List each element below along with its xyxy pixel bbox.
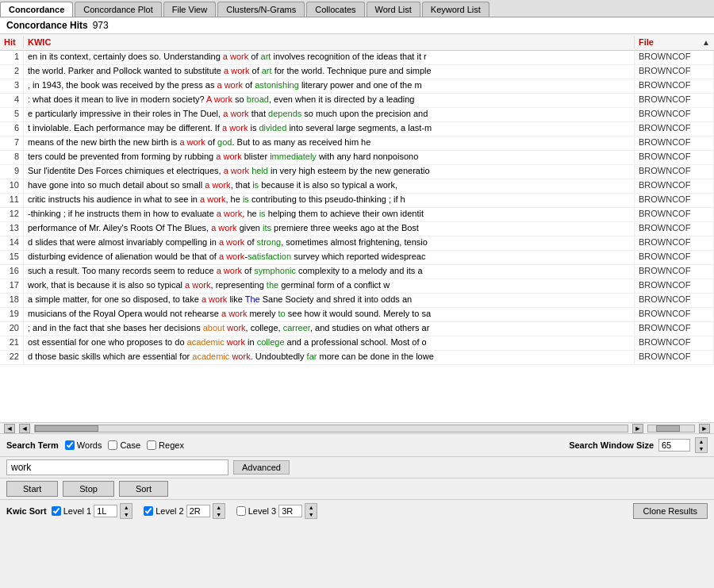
level3-spinner-up[interactable]: ▲ [305, 504, 317, 511]
regex-label: Regex [159, 440, 184, 450]
tab-file-view[interactable]: File View [163, 2, 216, 17]
case-label: Case [120, 440, 140, 450]
table-row: 3 , in 1943, the book was received by th… [0, 79, 714, 94]
level1-spinner-up[interactable]: ▲ [121, 504, 132, 511]
tab-concordance-plot[interactable]: Concordance Plot [75, 2, 161, 17]
scroll-right-btn[interactable]: ► [632, 424, 643, 433]
table-row: 2 the world. Parker and Pollock wanted t… [0, 65, 714, 79]
table-row: 1 en in its context, certainly does so. … [0, 51, 714, 65]
level2-input[interactable] [186, 505, 210, 517]
tab-concordance[interactable]: Concordance [0, 2, 73, 17]
search-text-input[interactable] [6, 459, 228, 475]
level1-label: Level 1 [63, 506, 91, 516]
search-input-row: Advanced [0, 457, 714, 478]
table-row: 12 -thinking ; if he instructs them in h… [0, 208, 714, 222]
table-row: 22 d those basic skills which are essent… [0, 351, 714, 365]
concordance-hits-label: Concordance Hits [6, 20, 88, 31]
table-row: 13 performance of Mr. Ailey's Roots Of T… [0, 222, 714, 236]
words-label: Words [77, 440, 102, 450]
level3-checkbox[interactable] [236, 506, 246, 516]
kwic-level2: Level 2 ▲ ▼ [144, 503, 225, 519]
tab-clusters-ngrams[interactable]: Clusters/N-Grams [217, 2, 305, 17]
horizontal-scrollbar[interactable]: ◄ ◄ ► ► [0, 423, 714, 434]
case-checkbox-group: Case [108, 440, 140, 450]
concordance-header: Concordance Hits 973 [0, 17, 714, 34]
search-right-group: Search Window Size ▲ ▼ [569, 437, 708, 453]
table-scroll-area[interactable]: 1 en in its context, certainly does so. … [0, 51, 714, 417]
words-checkbox[interactable] [65, 440, 75, 450]
kwic-sort-label: Kwic Sort [6, 506, 47, 516]
concordance-table: Hit KWIC File ▲ 1 en in its context, cer… [0, 34, 714, 423]
table-row: 20 ; and in the fact that she bases her … [0, 322, 714, 336]
kwic-level1: Level 1 ▲ ▼ [52, 503, 132, 519]
table-row: 5 e particularly impressive in their rol… [0, 108, 714, 122]
action-buttons-row: Start Stop Sort [0, 478, 714, 500]
table-row: 15 disturbing evidence of alienation wou… [0, 251, 714, 265]
window-size-label: Search Window Size [569, 440, 654, 450]
level2-spinner[interactable]: ▲ ▼ [213, 503, 225, 519]
kwic-level3: Level 3 ▲ ▼ [236, 503, 317, 519]
concordance-hits-count: 973 [93, 20, 109, 31]
level2-spinner-down[interactable]: ▼ [213, 511, 225, 518]
scroll-right-btn2[interactable]: ► [699, 424, 710, 433]
regex-checkbox[interactable] [147, 440, 156, 450]
spinner-up[interactable]: ▲ [696, 438, 707, 445]
scrollbar-track2[interactable] [647, 425, 695, 432]
tab-bar: Concordance Concordance Plot File View C… [0, 0, 714, 17]
col-kwic: KWIC [24, 36, 635, 48]
table-row: 17 work, that is because it is also so t… [0, 279, 714, 294]
tab-collocates[interactable]: Collocates [306, 2, 364, 17]
table-row: 9 Sur l'identite Des Forces chimiques et… [0, 165, 714, 179]
window-size-input[interactable] [658, 439, 690, 452]
level2-checkbox[interactable] [144, 506, 153, 516]
stop-button[interactable]: Stop [63, 481, 114, 497]
table-row: 6 t inviolable. Each performance may be … [0, 122, 714, 136]
table-row: 10 have gone into so much detail about s… [0, 179, 714, 194]
window-size-spinner[interactable]: ▲ ▼ [695, 437, 708, 453]
words-checkbox-group: Words [65, 440, 102, 450]
scroll-left-btn2[interactable]: ◄ [19, 424, 30, 433]
col-hit: Hit [0, 36, 24, 48]
level1-spinner[interactable]: ▲ ▼ [120, 503, 132, 519]
table-row: 16 such a result. Too many records seem … [0, 265, 714, 279]
level3-spinner[interactable]: ▲ ▼ [305, 503, 317, 519]
clone-results-button[interactable]: Clone Results [633, 503, 708, 519]
table-row: 8 ters could be prevented from forming b… [0, 151, 714, 165]
scrollbar-thumb2[interactable] [656, 425, 680, 432]
table-header: Hit KWIC File ▲ [0, 34, 714, 51]
search-options-bar: Search Term Words Case Regex Search Wind… [0, 434, 714, 457]
kwic-sort-bar: Kwic Sort Level 1 ▲ ▼ Level 2 ▲ ▼ Level … [0, 500, 714, 522]
table-row: 18 a simple matter, for one so disposed,… [0, 294, 714, 308]
col-file: File ▲ [635, 36, 714, 48]
level2-spinner-up[interactable]: ▲ [213, 504, 225, 511]
scroll-left-btn[interactable]: ◄ [4, 424, 15, 433]
level3-label: Level 3 [248, 506, 276, 516]
table-row: 21 ost essential for one who proposes to… [0, 336, 714, 351]
advanced-button[interactable]: Advanced [233, 460, 290, 475]
level1-input[interactable] [94, 505, 117, 517]
table-row: 4 : what does it mean to live in modern … [0, 94, 714, 108]
scrollbar-track[interactable] [34, 425, 628, 432]
table-row: 14 d slides that were almost invariably … [0, 236, 714, 251]
table-row: 11 critic instructs his audience in what… [0, 194, 714, 208]
level2-label: Level 2 [155, 506, 183, 516]
tab-word-list[interactable]: Word List [367, 2, 420, 17]
level3-spinner-down[interactable]: ▼ [305, 511, 317, 518]
sort-button[interactable]: Sort [119, 481, 168, 497]
regex-checkbox-group: Regex [147, 440, 184, 450]
level3-input[interactable] [278, 505, 302, 517]
level1-checkbox[interactable] [52, 506, 61, 516]
case-checkbox[interactable] [108, 440, 117, 450]
search-term-label: Search Term [6, 440, 59, 450]
table-row: 19 musicians of the Royal Opera would no… [0, 308, 714, 322]
start-button[interactable]: Start [6, 481, 58, 497]
level1-spinner-down[interactable]: ▼ [121, 511, 132, 518]
table-row: 7 means of the new birth the new birth i… [0, 136, 714, 151]
tab-keyword-list[interactable]: Keyword List [422, 2, 489, 17]
scrollbar-thumb[interactable] [35, 425, 98, 432]
spinner-down[interactable]: ▼ [696, 445, 707, 452]
